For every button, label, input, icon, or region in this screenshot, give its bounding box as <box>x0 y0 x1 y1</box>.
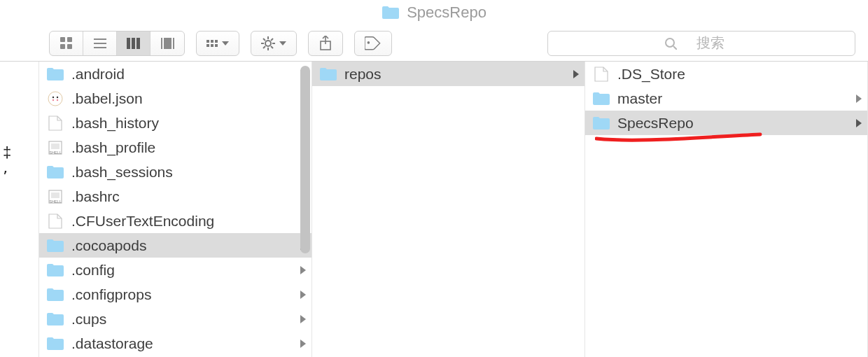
list-item[interactable]: SpecsRepo <box>585 111 867 135</box>
list-item[interactable]: .CFUserTextEncoding <box>39 209 312 233</box>
list-item[interactable]: .DS_Store <box>585 62 867 86</box>
window-title: SpecsRepo <box>407 4 486 22</box>
list-item[interactable]: .bash_history <box>39 111 312 135</box>
folder-icon <box>382 4 400 21</box>
chevron-right-icon <box>573 70 579 78</box>
item-label: .bashrc <box>71 188 306 205</box>
view-icon-button[interactable] <box>50 31 83 55</box>
view-columns-button[interactable] <box>117 31 150 55</box>
folder-icon <box>592 114 610 132</box>
list-item[interactable]: master <box>585 86 867 111</box>
chevron-right-icon <box>300 315 306 323</box>
file-icon <box>592 65 610 83</box>
list-item[interactable]: .configprops <box>39 282 312 307</box>
item-label: master <box>617 90 849 107</box>
shell-icon <box>46 188 64 206</box>
action-menu[interactable] <box>251 31 297 56</box>
list-item[interactable]: .bash_profile <box>39 135 312 160</box>
view-gallery-button[interactable] <box>150 31 184 55</box>
titlebar: SpecsRepo <box>0 0 868 25</box>
item-label: .DS_Store <box>617 66 862 83</box>
item-label: .cocoapods <box>71 237 293 254</box>
view-mode-segment <box>49 31 185 56</box>
file-icon <box>46 114 64 132</box>
list-item[interactable]: repos <box>312 62 584 86</box>
folder-icon <box>46 286 64 304</box>
item-label: .config <box>71 262 293 279</box>
chevron-right-icon <box>300 340 306 348</box>
item-label: .configprops <box>71 286 293 303</box>
toolbar <box>0 25 868 62</box>
tags-button[interactable] <box>354 31 392 56</box>
list-item[interactable]: .datastorage <box>39 331 312 356</box>
scrollbar-thumb[interactable] <box>300 66 310 253</box>
item-label: .babel.json <box>71 90 306 107</box>
column-2: repos <box>312 62 585 357</box>
folder-icon <box>46 237 64 255</box>
item-label: .bash_profile <box>71 139 306 156</box>
folder-icon <box>46 335 64 353</box>
list-item[interactable]: .android <box>39 62 312 86</box>
gutter-text: ‡ <box>3 140 38 164</box>
list-item[interactable]: .config <box>39 258 312 282</box>
folder-icon <box>46 163 64 181</box>
column-3: .DS_StoremasterSpecsRepo <box>585 62 868 357</box>
list-item[interactable]: .babel.json <box>39 86 312 111</box>
folder-icon <box>46 310 64 328</box>
search-icon <box>664 37 677 50</box>
item-label: SpecsRepo <box>617 115 849 132</box>
folder-icon <box>46 261 64 279</box>
left-gutter: ‡ ʼ <box>0 62 39 357</box>
search-input[interactable] <box>682 35 738 51</box>
list-item[interactable]: .cups <box>39 307 312 331</box>
arrange-menu[interactable] <box>196 31 239 56</box>
chevron-right-icon <box>300 290 306 299</box>
search-field[interactable] <box>547 31 855 56</box>
column-browser: ‡ ʼ .android.babel.json.bash_history.bas… <box>0 62 868 357</box>
item-label: .bash_history <box>71 115 306 132</box>
json-icon <box>46 90 64 108</box>
list-item[interactable]: .bash_sessions <box>39 160 312 184</box>
gutter-text: ʼ <box>3 164 38 189</box>
chevron-right-icon <box>856 94 862 103</box>
item-label: repos <box>344 66 566 83</box>
folder-icon <box>592 90 610 108</box>
list-item[interactable]: .bashrc <box>39 184 312 209</box>
chevron-right-icon <box>856 119 862 127</box>
column-1: .android.babel.json.bash_history.bash_pr… <box>39 62 312 357</box>
view-list-button[interactable] <box>83 31 117 55</box>
item-label: .bash_sessions <box>71 164 293 181</box>
file-icon <box>46 212 64 230</box>
folder-icon <box>319 65 337 83</box>
chevron-right-icon <box>300 266 306 274</box>
item-label: .android <box>71 66 293 83</box>
shell-icon <box>46 139 64 157</box>
share-button[interactable] <box>308 31 343 56</box>
item-label: .cups <box>71 311 293 328</box>
folder-icon <box>46 65 64 83</box>
item-label: .CFUserTextEncoding <box>71 213 306 230</box>
list-item[interactable]: .cocoapods <box>39 233 312 258</box>
item-label: .datastorage <box>71 335 293 352</box>
